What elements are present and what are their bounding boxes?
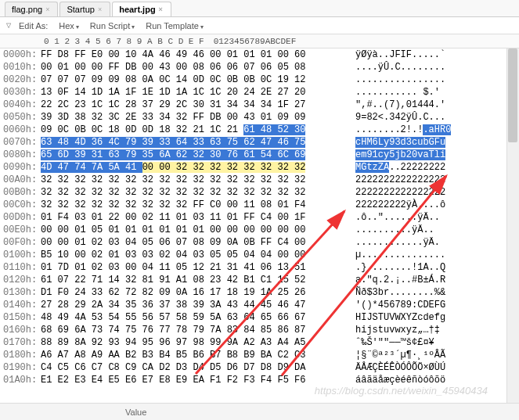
hex-row[interactable]: 0080h:65 6D 39 31 63 79 35 6A 62 32 30 7… xyxy=(0,149,519,161)
hex-row[interactable]: 0030h:13 0F 14 1D 1A 1F 1E 1D 1A 1C 1C 2… xyxy=(0,86,519,99)
hex-row[interactable]: 0110h:01 7D 01 02 03 00 04 11 05 12 21 3… xyxy=(0,261,519,274)
ascii-bytes[interactable]: MGtzZA..22222222 xyxy=(355,161,504,174)
hex-row[interactable]: 0050h:39 3D 38 32 3C 2E 33 34 32 FF DB 0… xyxy=(0,111,519,124)
ascii-bytes[interactable]: '()*456789:CDEFG xyxy=(355,299,504,311)
hex-bytes[interactable]: 27 28 29 2A 34 35 36 37 38 39 3A 43 44 4… xyxy=(41,299,346,311)
tab-heart[interactable]: heart.jpg× xyxy=(112,2,171,16)
tab-bar: flag.png× Startup× heart.jpg× xyxy=(0,0,519,17)
hex-bytes[interactable]: FF D8 FF E0 00 10 4A 46 49 46 00 01 01 0… xyxy=(41,48,346,61)
ascii-bytes[interactable]: cHM6Ly93d3cubGFu xyxy=(355,136,504,149)
hex-bytes[interactable]: 32 32 32 32 32 32 32 32 32 FF C0 00 11 0… xyxy=(41,199,346,211)
hex-bytes[interactable]: C4 C5 C6 C7 C8 C9 CA D2 D3 D4 D5 D6 D7 D… xyxy=(41,361,346,374)
ascii-bytes[interactable]: 2222222222222222 xyxy=(355,174,504,186)
hex-row[interactable]: 0120h:61 07 22 71 14 32 81 91 A1 08 23 4… xyxy=(0,274,519,286)
ascii-bytes[interactable]: ........... $.' xyxy=(355,86,504,99)
hex-bytes[interactable]: 00 00 01 05 01 01 01 01 01 01 00 00 00 0… xyxy=(41,224,346,236)
ascii-bytes[interactable]: .ô.."......ÿÄ.. xyxy=(355,211,504,224)
ascii-bytes[interactable]: ....ÿÛ.C........ xyxy=(355,61,504,74)
ascii-bytes[interactable]: 222222222ÿÀ....ô xyxy=(355,199,504,211)
hex-bytes[interactable]: 68 69 6A 73 74 75 76 77 78 79 7A 83 84 8… xyxy=(41,324,346,336)
hex-row[interactable]: 0010h:00 01 00 00 FF DB 00 43 00 08 06 0… xyxy=(0,61,519,74)
hex-bytes[interactable]: E1 E2 E3 E4 E5 E6 E7 E8 E9 EA F1 F2 F3 F… xyxy=(41,374,346,386)
tab-startup[interactable]: Startup× xyxy=(59,2,110,16)
ascii-bytes[interactable]: µ............... xyxy=(355,249,504,261)
ascii-bytes[interactable]: ÿØÿà..JFIF.....` xyxy=(355,48,504,61)
hex-row[interactable]: 0190h:C4 C5 C6 C7 C8 C9 CA D2 D3 D4 D5 D… xyxy=(0,361,519,374)
toolbar: ▽ Edit As: Hex▾ Run Script▾ Run Template… xyxy=(0,17,519,34)
hex-row[interactable]: 0180h:A6 A7 A8 A9 AA B2 B3 B4 B5 B6 B7 B… xyxy=(0,349,519,361)
hex-row[interactable]: 0070h:63 48 4D 36 4C 79 39 33 64 33 63 7… xyxy=(0,136,519,149)
hex-bytes[interactable]: 22 2C 23 1C 1C 28 37 29 2C 30 31 34 34 3… xyxy=(41,99,346,111)
ascii-bytes[interactable]: hijstuvwxyz„…†‡ xyxy=(355,324,504,336)
hex-bytes[interactable]: B5 10 00 02 01 03 03 02 04 03 05 05 04 0… xyxy=(41,249,346,261)
hex-row[interactable]: 00B0h:32 32 32 32 32 32 32 32 32 32 32 3… xyxy=(0,186,519,199)
hex-bytes[interactable]: A6 A7 A8 A9 AA B2 B3 B4 B5 B6 B7 B8 B9 B… xyxy=(41,349,346,361)
hex-bytes[interactable]: 88 89 8A 92 93 94 95 96 97 98 99 9A A2 A… xyxy=(41,336,346,349)
ascii-bytes[interactable]: HIJSTUVWXYZcdefg xyxy=(355,311,504,324)
hex-bytes[interactable]: 09 0C 0B 0C 18 0D 0D 18 32 21 1C 21 61 4… xyxy=(41,124,346,136)
ascii-bytes[interactable]: ˆ‰Š'""——™š¢£¤¥ xyxy=(355,336,504,349)
scrollbar[interactable] xyxy=(506,48,519,403)
editas-menu[interactable]: Edit As: xyxy=(16,20,51,32)
hex-row[interactable]: 0000h:FF D8 FF E0 00 10 4A 46 49 46 00 0… xyxy=(0,48,519,61)
hex-row[interactable]: 00F0h:00 00 01 02 03 04 05 06 07 08 09 0… xyxy=(0,236,519,249)
ascii-bytes[interactable]: ¦§¨©ª²³´µ¶·¸¹ºÂÃ xyxy=(355,349,504,361)
hex-row[interactable]: 0090h:4D 47 74 7A 5A 41 00 00 32 32 32 3… xyxy=(0,161,519,174)
hex-row[interactable]: 0160h:68 69 6A 73 74 75 76 77 78 79 7A 8… xyxy=(0,324,519,336)
hex-bytes[interactable]: 07 07 07 09 09 08 0A 0C 14 0D 0C 0B 0B 0… xyxy=(41,74,346,86)
hex-row[interactable]: 0020h:07 07 07 09 09 08 0A 0C 14 0D 0C 0… xyxy=(0,74,519,86)
hex-bytes[interactable]: 32 32 32 32 32 32 32 32 32 32 32 32 32 3… xyxy=(41,186,346,199)
hex-bytes[interactable]: 32 32 32 32 32 32 32 32 32 32 32 32 32 3… xyxy=(41,174,346,186)
close-icon[interactable]: × xyxy=(159,5,163,13)
hex-view[interactable]: 0000h:FF D8 FF E0 00 10 4A 46 49 46 00 0… xyxy=(0,48,519,386)
hex-menu[interactable]: Hex▾ xyxy=(56,20,82,32)
hex-bytes[interactable]: 39 3D 38 32 3C 2E 33 34 32 FF DB 00 43 0… xyxy=(41,111,346,124)
hex-bytes[interactable]: 01 7D 01 02 03 00 04 11 05 12 21 31 41 0… xyxy=(41,261,346,274)
hex-row[interactable]: 0150h:48 49 4A 53 54 55 56 57 58 59 5A 6… xyxy=(0,311,519,324)
hex-bytes[interactable]: 01 F4 03 01 22 00 02 11 01 03 11 01 FF C… xyxy=(41,211,346,224)
runtemplate-menu[interactable]: Run Template▾ xyxy=(142,20,207,32)
ascii-bytes[interactable]: ..........ÿÄ.. xyxy=(355,224,504,236)
ascii-bytes[interactable]: a."q.2.¡..#B±Á.R xyxy=(355,274,504,286)
hex-bytes[interactable]: 13 0F 14 1D 1A 1F 1E 1D 1A 1C 1C 20 24 2… xyxy=(41,86,346,99)
ascii-bytes[interactable]: ........2!.!.aHR0 xyxy=(355,124,504,136)
ascii-bytes[interactable]: .}........!1A..Q xyxy=(355,261,504,274)
tab-flag[interactable]: flag.png× xyxy=(5,2,58,16)
hex-bytes[interactable]: 00 00 01 02 03 04 05 06 07 08 09 0A 0B F… xyxy=(41,236,346,249)
hex-row[interactable]: 0040h:22 2C 23 1C 1C 28 37 29 2C 30 31 3… xyxy=(0,99,519,111)
hex-bytes[interactable]: 65 6D 39 31 63 79 35 6A 62 32 30 76 61 5… xyxy=(41,149,346,161)
scroll-thumb[interactable] xyxy=(508,48,517,142)
close-icon[interactable]: × xyxy=(45,5,49,13)
offset: 0000h: xyxy=(0,48,41,61)
hex-bytes[interactable]: 63 48 4D 36 4C 79 39 33 64 33 63 75 62 4… xyxy=(41,136,346,149)
runscript-menu[interactable]: Run Script▾ xyxy=(87,20,138,32)
hex-row[interactable]: 00A0h:32 32 32 32 32 32 32 32 32 32 32 3… xyxy=(0,174,519,186)
hex-row[interactable]: 0170h:88 89 8A 92 93 94 95 96 97 98 99 9… xyxy=(0,336,519,349)
hex-bytes[interactable]: D1 F0 24 33 62 72 82 09 0A 16 17 18 19 1… xyxy=(41,286,346,299)
ascii-bytes[interactable]: Ñð$3br........%& xyxy=(355,286,504,299)
hex-row[interactable]: 0060h:09 0C 0B 0C 18 0D 0D 18 32 21 1C 2… xyxy=(0,124,519,136)
ascii-bytes[interactable]: ",#..(7),01444.' xyxy=(355,99,504,111)
chevron-down-icon: ▾ xyxy=(76,23,79,31)
ascii-bytes[interactable]: ÄÅÆÇÈÉÊÒÓÔÕÖ×ØÙÚ xyxy=(355,361,504,374)
hex-row[interactable]: 0140h:27 28 29 2A 34 35 36 37 38 39 3A 4… xyxy=(0,299,519,311)
ascii-bytes[interactable]: ................ xyxy=(355,74,504,86)
ascii-bytes[interactable]: em91cy5jb20vaTli xyxy=(355,149,504,161)
hex-row[interactable]: 0100h:B5 10 00 02 01 03 03 02 04 03 05 0… xyxy=(0,249,519,261)
hex-row[interactable]: 0130h:D1 F0 24 33 62 72 82 09 0A 16 17 1… xyxy=(0,286,519,299)
hex-row[interactable]: 00D0h:01 F4 03 01 22 00 02 11 01 03 11 0… xyxy=(0,211,519,224)
ascii-bytes[interactable]: ............ÿÄ. xyxy=(355,236,504,249)
offset: 00C0h: xyxy=(0,199,41,211)
hex-row[interactable]: 00E0h:00 00 01 05 01 01 01 01 01 01 00 0… xyxy=(0,224,519,236)
hex-bytes[interactable]: 61 07 22 71 14 32 81 91 A1 08 23 42 B1 C… xyxy=(41,274,346,286)
ascii-bytes[interactable]: áâãäåæçèéêñòóôõö xyxy=(355,374,504,386)
hex-row[interactable]: 00C0h:32 32 32 32 32 32 32 32 32 FF C0 0… xyxy=(0,199,519,211)
ascii-bytes[interactable]: 9=82<.342ÿÛ.C... xyxy=(355,111,504,124)
hex-bytes[interactable]: 00 01 00 00 FF DB 00 43 00 08 06 06 07 0… xyxy=(41,61,346,74)
close-icon[interactable]: × xyxy=(98,5,102,13)
tri-icon[interactable]: ▽ xyxy=(6,22,11,29)
ascii-bytes[interactable]: 2222222222222222 xyxy=(355,186,504,199)
hex-bytes[interactable]: 48 49 4A 53 54 55 56 57 58 59 5A 63 64 6… xyxy=(41,311,346,324)
hex-bytes[interactable]: 4D 47 74 7A 5A 41 00 00 32 32 32 32 32 3… xyxy=(41,161,346,174)
hex-row[interactable]: 01A0h:E1 E2 E3 E4 E5 E6 E7 E8 E9 EA F1 F… xyxy=(0,374,519,386)
